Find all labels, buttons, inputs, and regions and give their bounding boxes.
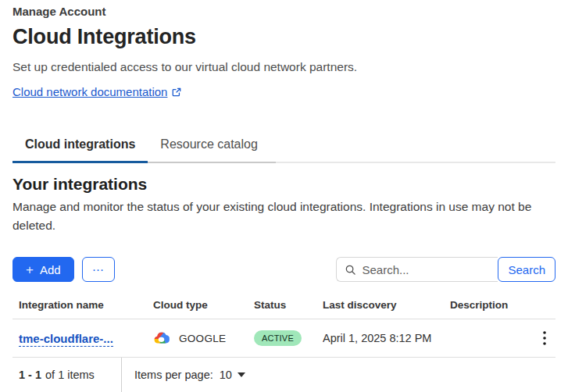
tab-bar-filler bbox=[276, 127, 555, 163]
page-subtitle: Set up credentialed access to our virtua… bbox=[13, 59, 555, 75]
search-input[interactable] bbox=[362, 263, 491, 276]
col-last-discovery: Last discovery bbox=[323, 299, 450, 319]
plus-icon: + bbox=[26, 263, 34, 276]
items-total: of 1 items bbox=[45, 369, 95, 381]
tab-bar: Cloud integrations Resource catalog bbox=[13, 127, 555, 163]
tab-resource-catalog[interactable]: Resource catalog bbox=[148, 127, 276, 163]
section-description: Manage and monitor the status of your ex… bbox=[13, 198, 555, 235]
doc-link[interactable]: Cloud network documentation bbox=[13, 85, 181, 98]
table-header-row: Integration name Cloud type Status Last … bbox=[13, 299, 555, 319]
breadcrumb: Manage Account bbox=[13, 5, 555, 19]
overflow-icon: ⋯ bbox=[92, 263, 105, 276]
cloud-type-label: GOOGLE bbox=[179, 333, 226, 344]
col-status: Status bbox=[254, 299, 323, 319]
add-button[interactable]: + Add bbox=[13, 257, 74, 282]
integrations-table: Integration name Cloud type Status Last … bbox=[13, 299, 555, 358]
status-badge: ACTIVE bbox=[254, 330, 302, 346]
add-button-label: Add bbox=[40, 263, 61, 276]
cloud-integrations-page: Manage Account Cloud Integrations Set up… bbox=[0, 0, 568, 392]
tab-label: Resource catalog bbox=[160, 137, 258, 151]
doc-link-label: Cloud network documentation bbox=[13, 85, 167, 98]
table-row: tme-cloudflare-... bbox=[13, 319, 555, 358]
tab-label: Cloud integrations bbox=[25, 137, 135, 151]
items-count: 1 - 1 of 1 items bbox=[13, 358, 121, 392]
search-icon bbox=[345, 264, 356, 276]
description-value bbox=[450, 319, 528, 358]
external-link-icon bbox=[172, 87, 181, 97]
items-range: 1 - 1 bbox=[19, 369, 41, 381]
overflow-menu-button[interactable]: ⋯ bbox=[82, 257, 115, 282]
last-discovery-value: April 1, 2025 8:12 PM bbox=[323, 319, 450, 358]
col-cloud-type: Cloud type bbox=[153, 299, 254, 319]
pagination-bar: 1 - 1 of 1 items Items per page: 10 bbox=[13, 358, 555, 392]
chevron-down-icon bbox=[238, 372, 245, 377]
page-title: Cloud Integrations bbox=[13, 24, 555, 49]
col-actions bbox=[528, 299, 555, 319]
items-per-page: Items per page: 10 bbox=[121, 358, 245, 392]
tab-cloud-integrations[interactable]: Cloud integrations bbox=[13, 127, 148, 163]
row-actions-button[interactable] bbox=[537, 328, 552, 348]
col-integration-name: Integration name bbox=[13, 299, 153, 319]
items-per-page-select[interactable]: 10 bbox=[220, 369, 245, 381]
search-button[interactable]: Search bbox=[498, 257, 555, 282]
search-box bbox=[336, 257, 498, 282]
google-cloud-icon bbox=[153, 332, 170, 344]
col-description: Description bbox=[450, 299, 528, 319]
kebab-icon bbox=[543, 331, 546, 345]
items-per-page-label: Items per page: bbox=[134, 369, 213, 381]
search-group: Search bbox=[336, 257, 555, 282]
section-heading: Your integrations bbox=[13, 174, 555, 194]
items-per-page-value: 10 bbox=[220, 369, 232, 381]
table-toolbar: + Add ⋯ Search bbox=[13, 257, 555, 282]
integration-name-link[interactable]: tme-cloudflare-... bbox=[19, 332, 113, 347]
